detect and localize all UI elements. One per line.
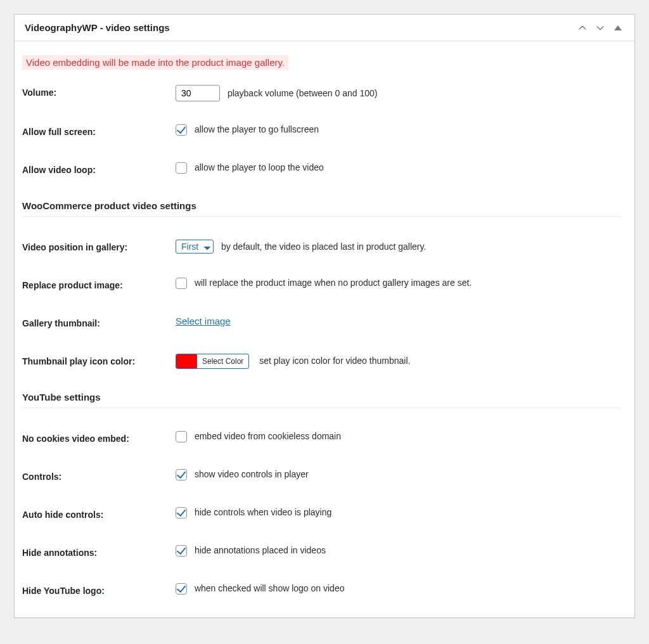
header-actions bbox=[574, 16, 627, 39]
volume-desc: playback volume (between 0 and 100) bbox=[228, 88, 378, 98]
loop-desc: allow the player to loop the video bbox=[195, 162, 324, 172]
fullscreen-label: Allow full screen: bbox=[22, 113, 176, 151]
controls-label: Controls: bbox=[22, 458, 176, 496]
select-image-link[interactable]: Select image bbox=[176, 316, 231, 326]
move-down-button[interactable] bbox=[591, 16, 609, 39]
metabox-header: VideographyWP - video settings bbox=[15, 15, 634, 41]
select-color-button: Select Color bbox=[197, 354, 248, 368]
nocookie-desc: embed video from cookieless domain bbox=[195, 431, 341, 441]
settings-table: Volume: playback volume (between 0 and 1… bbox=[22, 74, 627, 610]
replace-checkbox[interactable] bbox=[176, 278, 187, 289]
icon-color-desc: set play icon color for video thumbnail. bbox=[259, 356, 410, 366]
controls-desc: show video controls in player bbox=[195, 469, 309, 479]
position-desc: by default, the video is placed last in … bbox=[221, 242, 426, 252]
controls-checkbox[interactable] bbox=[176, 469, 187, 480]
hideyt-checkbox[interactable] bbox=[176, 583, 187, 595]
fullscreen-checkbox[interactable] bbox=[176, 124, 187, 136]
loop-label: Allow video loop: bbox=[22, 151, 176, 189]
yt-section-title: YouTube settings bbox=[22, 392, 620, 408]
move-up-button[interactable] bbox=[574, 16, 591, 39]
nocookie-label: No cookies video embed: bbox=[22, 420, 176, 458]
position-label: Video position in gallery: bbox=[22, 228, 176, 266]
fullscreen-desc: allow the player to go fullscreen bbox=[195, 124, 319, 134]
embedding-notice: Video embedding will be made into the pr… bbox=[22, 55, 288, 70]
position-select[interactable]: First bbox=[176, 240, 214, 254]
thumb-label: Gallery thumbnail: bbox=[22, 304, 176, 342]
nocookie-checkbox[interactable] bbox=[176, 431, 187, 442]
hideyt-desc: when checked will show logo on video bbox=[195, 583, 345, 593]
icon-color-label: Thumbnail play icon color: bbox=[22, 342, 176, 380]
loop-checkbox[interactable] bbox=[176, 162, 187, 174]
autohide-desc: hide controls when video is playing bbox=[195, 507, 331, 517]
panel-title: VideographyWP - video settings bbox=[22, 15, 172, 41]
annotations-label: Hide annotations: bbox=[22, 534, 176, 572]
replace-label: Replace product image: bbox=[22, 266, 176, 304]
autohide-label: Auto hide controls: bbox=[22, 496, 176, 534]
triangle-up-icon bbox=[614, 25, 622, 30]
annotations-checkbox[interactable] bbox=[176, 545, 187, 557]
color-picker[interactable]: Select Color bbox=[176, 354, 249, 369]
toggle-panel-button[interactable] bbox=[609, 16, 627, 39]
autohide-checkbox[interactable] bbox=[176, 507, 187, 518]
hideyt-label: Hide YouTube logo: bbox=[22, 572, 176, 610]
annotations-desc: hide annotations placed in videos bbox=[195, 545, 326, 555]
volume-label: Volume: bbox=[22, 74, 176, 113]
replace-desc: will replace the product image when no p… bbox=[195, 278, 472, 288]
volume-input[interactable] bbox=[176, 85, 220, 101]
color-swatch bbox=[176, 354, 197, 368]
settings-metabox: VideographyWP - video settings Video emb… bbox=[14, 14, 635, 618]
wc-section-title: WooCommerce product video settings bbox=[22, 200, 620, 217]
